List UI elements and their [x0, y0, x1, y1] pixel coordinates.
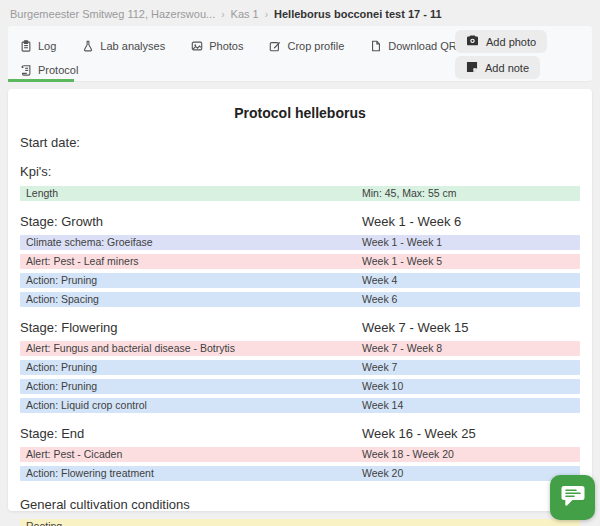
active-tab-underline [8, 79, 74, 82]
stage-weeks: Week 1 - Week 6 [362, 214, 580, 229]
add-note-button[interactable]: Add note [455, 56, 540, 79]
row-weeks: Week 1 - Week 1 [362, 237, 574, 248]
row-label: Climate schema: Groeifase [26, 237, 362, 248]
start-date-label: Start date: [20, 135, 580, 150]
row-weeks: Week 7 - Week 8 [362, 343, 574, 354]
row-weeks: Week 7 [362, 362, 574, 373]
protocol-row[interactable]: Alert: Fungus and bacterial disease - Bo… [20, 341, 580, 356]
row-weeks: Week 10 [362, 381, 574, 392]
chat-bubble-icon [561, 485, 585, 511]
breadcrumb-item-current: Helleborus bocconei test 17 - 11 [274, 8, 442, 20]
protocol-row[interactable]: Action: Flowering treatment Week 20 [20, 466, 580, 481]
kpis-label: Kpi's: [20, 164, 580, 179]
action-buttons: Add photo Add note [455, 30, 547, 79]
row-label: Rooting [26, 521, 362, 526]
breadcrumb: Burgemeester Smitweg 112, Hazerswou... ›… [0, 0, 600, 26]
note-icon [466, 61, 478, 74]
protocol-row[interactable]: Alert: Pest - Leaf miners Week 1 - Week … [20, 254, 580, 269]
stage-name: Stage: Growth [20, 214, 362, 229]
tab-log[interactable]: Log [20, 40, 56, 52]
row-weeks: Week 14 [362, 400, 574, 411]
tab-photos[interactable]: Photos [191, 40, 243, 52]
tab-label: Lab analyses [100, 40, 165, 52]
stage-header-growth: Stage: Growth Week 1 - Week 6 [20, 214, 580, 229]
tab-label: Photos [209, 40, 243, 52]
row-label: Action: Spacing [26, 294, 362, 305]
tab-crop-profile[interactable]: Crop profile [269, 40, 344, 52]
row-label: Alert: Fungus and bacterial disease - Bo… [26, 343, 362, 354]
add-photo-button[interactable]: Add photo [455, 30, 547, 53]
stage-header-end: Stage: End Week 16 - Week 25 [20, 426, 580, 441]
flask-icon [82, 40, 94, 52]
breadcrumb-separator-icon: › [265, 9, 268, 20]
row-weeks: Week 20 [362, 468, 574, 479]
row-weeks: Week 6 [362, 294, 574, 305]
tab-label: Protocol [38, 64, 78, 76]
breadcrumb-item-kas[interactable]: Kas 1 [231, 8, 259, 20]
kpi-row[interactable]: Length Min: 45, Max: 55 cm [20, 186, 580, 201]
camera-icon [466, 35, 479, 48]
kpi-name: Length [26, 188, 362, 199]
stage-header-flowering: Stage: Flowering Week 7 - Week 15 [20, 320, 580, 335]
row-label: Action: Flowering treatment [26, 468, 362, 479]
breadcrumb-separator-icon: › [221, 9, 224, 20]
protocol-row[interactable]: Action: Spacing Week 6 [20, 292, 580, 307]
page-title: Protocol helleborus [20, 105, 580, 121]
protocol-card: Protocol helleborus Start date: Kpi's: L… [8, 89, 592, 511]
breadcrumb-item-location[interactable]: Burgemeester Smitweg 112, Hazerswou... [10, 8, 215, 20]
tab-label: Log [38, 40, 56, 52]
tab-bar: Log Lab analyses Photos [8, 26, 592, 81]
protocol-row[interactable]: Action: Liquid crop control Week 14 [20, 398, 580, 413]
row-label: Action: Pruning [26, 381, 362, 392]
scroll-icon [20, 64, 32, 76]
tab-protocol[interactable]: Protocol [20, 64, 78, 76]
protocol-row[interactable]: Climate schema: Groeifase Week 1 - Week … [20, 235, 580, 250]
protocol-row[interactable]: Action: Pruning Week 4 [20, 273, 580, 288]
protocol-row[interactable]: Action: Pruning Week 10 [20, 379, 580, 394]
row-weeks [362, 521, 574, 526]
row-label: Action: Pruning [26, 362, 362, 373]
row-weeks: Week 4 [362, 275, 574, 286]
protocol-row[interactable]: Alert: Pest - Cicaden Week 18 - Week 20 [20, 447, 580, 462]
file-icon [370, 40, 382, 52]
row-weeks: Week 18 - Week 20 [362, 449, 574, 460]
tab-lab-analyses[interactable]: Lab analyses [82, 40, 165, 52]
button-label: Add note [485, 62, 529, 74]
stage-weeks: Week 7 - Week 15 [362, 320, 580, 335]
row-label: Alert: Pest - Leaf miners [26, 256, 362, 267]
stage-weeks: Week 16 - Week 25 [362, 426, 580, 441]
row-label: Action: Pruning [26, 275, 362, 286]
condition-row[interactable]: Rooting [20, 519, 580, 526]
general-conditions-title: General cultivation conditions [20, 497, 580, 512]
row-label: Alert: Pest - Cicaden [26, 449, 362, 460]
stage-name: Stage: Flowering [20, 320, 362, 335]
edit-icon [269, 40, 281, 52]
clipboard-icon [20, 40, 32, 52]
protocol-row[interactable]: Action: Pruning Week 7 [20, 360, 580, 375]
stage-name: Stage: End [20, 426, 362, 441]
chat-launcher-button[interactable] [550, 475, 595, 520]
kpi-value: Min: 45, Max: 55 cm [362, 188, 574, 199]
button-label: Add photo [486, 36, 536, 48]
row-weeks: Week 1 - Week 5 [362, 256, 574, 267]
tab-label: Crop profile [287, 40, 344, 52]
row-label: Action: Liquid crop control [26, 400, 362, 411]
photo-icon [191, 40, 203, 52]
